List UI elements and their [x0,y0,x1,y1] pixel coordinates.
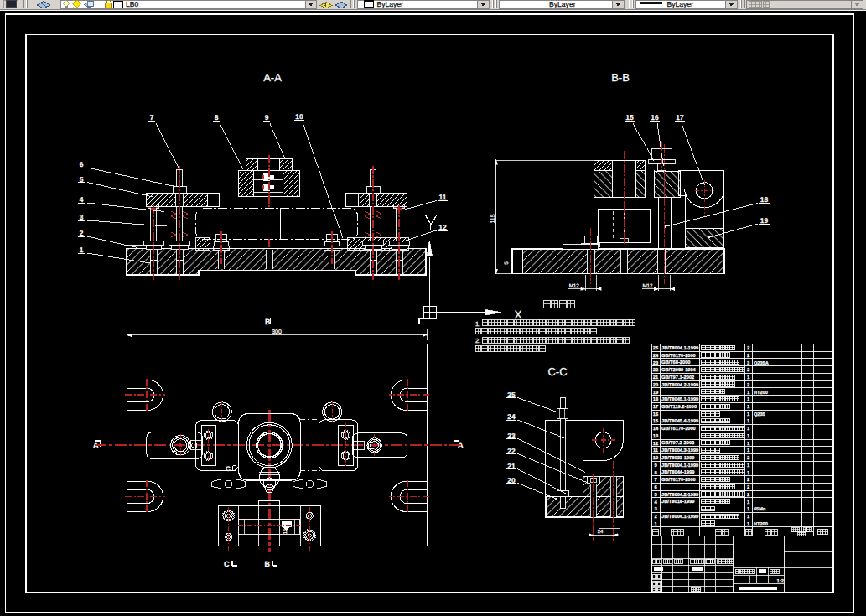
svg-text:ByLayer: ByLayer [377,0,404,8]
svg-text:20: 20 [507,476,516,484]
svg-text:7: 7 [654,478,656,483]
svg-text:23: 23 [653,360,659,366]
svg-text:GB/T119.2-2000: GB/T119.2-2000 [661,404,697,410]
svg-text:24: 24 [598,529,604,535]
svg-text:7: 7 [150,113,154,122]
svg-text:25: 25 [507,391,516,399]
svg-text:16: 16 [653,412,659,417]
svg-text:2: 2 [654,514,656,520]
svg-text:X: X [514,308,521,321]
svg-text:22: 22 [507,447,516,455]
svg-text:3: 3 [80,213,84,221]
svg-text:ByLayer: ByLayer [549,0,576,8]
svg-text:C-C: C-C [547,365,567,378]
svg-text:2: 2 [80,229,84,237]
svg-text:2: 2 [747,477,749,483]
svg-text:ByLayer: ByLayer [667,0,694,8]
svg-text:1: 1 [80,246,84,254]
svg-text:16: 16 [651,113,659,122]
svg-text:20: 20 [653,382,658,388]
svg-text:23: 23 [507,432,516,440]
svg-text:14: 14 [653,427,659,432]
svg-text:2: 2 [747,484,749,490]
svg-text:A-A: A-A [263,71,282,84]
svg-text:24: 24 [507,412,516,421]
svg-text:JB/T8004.2-1999: JB/T8004.2-1999 [661,382,698,388]
svg-text:B: B [265,560,271,568]
svg-text:JB/T8004.3-1999: JB/T8004.3-1999 [661,448,698,453]
svg-text:24: 24 [653,353,659,359]
svg-text:115: 115 [490,214,496,223]
svg-text:JB/T8004.1-1999: JB/T8004.1-1999 [661,345,698,351]
svg-text:18: 18 [760,195,769,204]
svg-text:GB/T6170-2000: GB/T6170-2000 [661,426,696,432]
svg-text:Q235A: Q235A [754,361,769,366]
svg-text:19: 19 [653,390,659,396]
svg-text:2.: 2. [475,337,480,344]
svg-text:300: 300 [272,329,282,335]
svg-text:17: 17 [653,405,658,410]
svg-text:2: 2 [747,353,749,359]
svg-text:JB/T8004.1-1999: JB/T8004.1-1999 [661,463,698,468]
svg-text:10: 10 [653,455,658,461]
svg-text:65Mn: 65Mn [754,507,766,512]
svg-text:9: 9 [265,113,269,122]
svg-text:12: 12 [653,441,658,447]
svg-text:10: 10 [295,112,303,121]
svg-text:25: 25 [653,345,659,351]
svg-text:2: 2 [747,382,749,388]
svg-text:GB/T6170-2000: GB/T6170-2000 [661,477,696,483]
svg-text:B-B: B-B [611,71,630,84]
svg-text:JB/T8044-1999: JB/T8044-1999 [661,469,695,475]
svg-text:2: 2 [747,492,749,498]
svg-text:2: 2 [747,367,749,373]
svg-text:6: 6 [80,160,84,168]
svg-text:HT200: HT200 [754,391,768,396]
svg-text:11: 11 [653,448,659,453]
svg-text:15: 15 [653,419,659,424]
svg-text:4: 4 [80,195,84,204]
svg-text:8: 8 [215,113,219,122]
svg-text:12: 12 [438,223,447,231]
svg-text:LB0: LB0 [126,0,139,8]
svg-text:21: 21 [507,462,516,470]
svg-text:GB/T68-2000: GB/T68-2000 [661,360,690,365]
svg-text:17: 17 [676,113,684,122]
svg-text:GB/T2089-1994: GB/T2089-1994 [661,367,697,373]
svg-text:C: C [224,560,230,568]
svg-text:GB/T97.1-2002: GB/T97.1-2002 [661,375,694,380]
svg-text:C: C [226,465,231,473]
svg-text:5: 5 [504,261,510,265]
svg-text:JB/T8004.1-1999: JB/T8004.1-1999 [661,514,698,520]
svg-text:18: 18 [653,396,659,402]
svg-text:2: 2 [747,455,749,461]
svg-text:JB/T8004.2-1999: JB/T8004.2-1999 [661,492,698,498]
svg-text:M12: M12 [569,283,580,289]
svg-text:JB/T8045.1-1999: JB/T8045.1-1999 [661,396,698,402]
svg-text:GB/T6170-2000: GB/T6170-2000 [661,353,696,359]
svg-text:HT200: HT200 [754,522,768,527]
svg-text:1:2: 1:2 [777,578,784,584]
svg-text:JB/T8018-1999: JB/T8018-1999 [661,499,695,505]
svg-text:GB/T97.2-2002: GB/T97.2-2002 [661,440,694,446]
svg-text:JB/T8045.4-1999: JB/T8045.4-1999 [661,418,698,424]
svg-text:1.: 1. [475,320,480,328]
svg-text:5: 5 [80,175,84,184]
svg-text:2: 2 [747,345,749,351]
svg-text:22: 22 [653,367,658,373]
svg-text:15: 15 [625,113,634,122]
svg-text:JB/T8033-1999: JB/T8033-1999 [661,455,695,461]
svg-text:M12: M12 [642,283,653,289]
svg-text:19: 19 [760,216,769,225]
svg-text:11: 11 [439,193,447,201]
svg-text:13: 13 [653,433,659,439]
svg-text:21: 21 [653,375,659,380]
svg-text:Q235: Q235 [754,412,765,417]
